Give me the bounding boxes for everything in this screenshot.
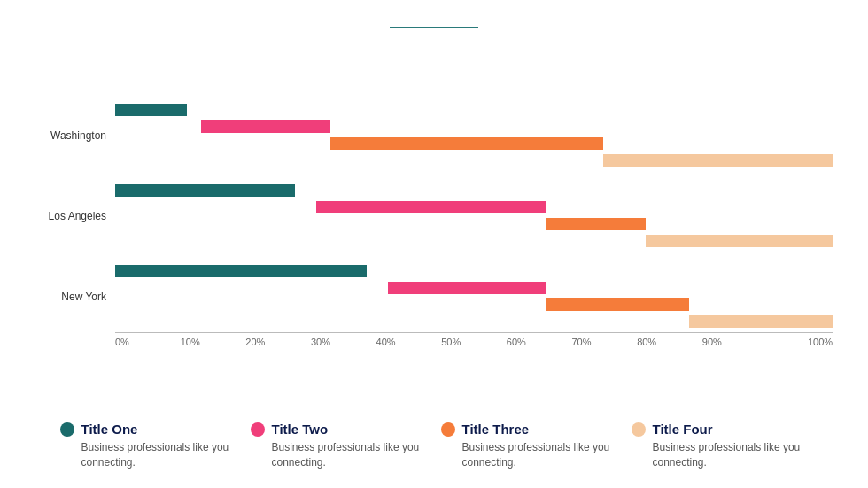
legend-item-four: Title FourBusiness professionals like yo…	[632, 422, 809, 470]
legend-title-four: Title Four	[653, 422, 713, 437]
x-tick: 20%	[245, 337, 311, 347]
bar-row	[115, 120, 833, 134]
x-tick: 90%	[702, 337, 768, 347]
x-tick: 30%	[311, 337, 376, 347]
x-tick: 70%	[571, 337, 637, 347]
legend-desc-four: Business professionals like you connecti…	[632, 440, 809, 470]
legend-item-one: Title OneBusiness professionals like you…	[60, 422, 237, 470]
bar-row	[115, 314, 833, 329]
legend-desc-three: Business professionals like you connecti…	[441, 440, 618, 470]
legend-desc-one: Business professionals like you connecti…	[60, 440, 237, 470]
bar	[330, 137, 603, 150]
legend-dot-three	[441, 422, 455, 437]
bar	[115, 265, 367, 277]
bar	[115, 184, 295, 197]
x-tick: 40%	[376, 337, 442, 347]
x-tick: 10%	[181, 337, 246, 347]
legend-dot-two	[251, 422, 265, 437]
legend-title-three: Title Three	[462, 422, 530, 437]
bar	[546, 298, 689, 311]
bar	[689, 315, 833, 328]
legend-item-three: Title ThreeBusiness professionals like y…	[441, 422, 618, 470]
bar	[546, 218, 646, 230]
bar-row	[115, 183, 833, 198]
bar	[603, 154, 833, 167]
legend-title-two: Title Two	[272, 422, 329, 437]
x-tick: 80%	[637, 337, 702, 347]
bar-row	[115, 217, 833, 231]
legend-dot-four	[632, 422, 646, 437]
y-label: Los Angeles	[35, 210, 115, 222]
chart-area: WashingtonLos AngelesNew York0%10%20%30%…	[35, 43, 833, 407]
legend-title-one: Title One	[81, 422, 138, 437]
legend-item-two: Title TwoBusiness professionals like you…	[251, 422, 428, 470]
bar	[316, 201, 546, 213]
legend: Title OneBusiness professionals like you…	[35, 422, 833, 470]
bar-row	[115, 136, 833, 151]
x-tick: 50%	[441, 337, 507, 347]
bar-row	[115, 264, 833, 278]
x-tick: 100%	[767, 337, 833, 347]
bar	[646, 235, 833, 247]
header	[390, 21, 478, 28]
y-label: New York	[35, 290, 115, 303]
chart: WashingtonLos AngelesNew York0%10%20%30%…	[35, 103, 833, 347]
bar-row	[115, 281, 833, 295]
bar-row	[115, 234, 833, 248]
bar	[115, 104, 187, 116]
x-tick: 60%	[507, 337, 572, 347]
bar-row	[115, 153, 833, 167]
bar-row	[115, 200, 833, 214]
bar	[388, 282, 546, 294]
legend-dot-one	[60, 422, 74, 437]
bar-row	[115, 103, 833, 117]
legend-desc-two: Business professionals like you connecti…	[251, 440, 428, 470]
bar	[201, 120, 330, 133]
x-tick: 0%	[115, 337, 181, 347]
bar-row	[115, 298, 833, 312]
page: WashingtonLos AngelesNew York0%10%20%30%…	[0, 0, 868, 488]
subtitle-underline	[390, 27, 478, 28]
y-label: Washington	[35, 129, 115, 142]
